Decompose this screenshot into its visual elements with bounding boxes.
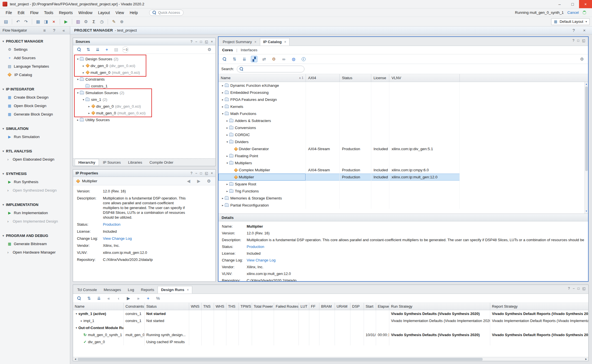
run-row-synth-1-active[interactable]: ▾synth_1 (active)constrs_1Not startedViv… [73,310,588,317]
catalog-row-dynamic-function-exchange[interactable]: ▸Dynamic Function eXchange [218,82,460,89]
expand-arrow-icon[interactable]: ▾ [74,312,78,315]
flow-item-generate-bitstream[interactable]: ▦Generate Bitstream [0,239,70,248]
first-button[interactable]: « [105,295,112,301]
expand-arrow-icon[interactable]: ▸ [221,98,225,101]
expand-arrow-icon[interactable]: ▸ [87,105,91,108]
flow-item-settings[interactable]: ⚙Settings [0,45,70,54]
next-button[interactable]: » [135,295,142,301]
scrollbar-track[interactable] [78,358,584,361]
close-icon[interactable]: × [187,288,189,292]
percent-button[interactable]: % [155,295,161,301]
expand-arrow-icon[interactable]: ▾ [76,91,80,94]
run-row-div-gen-0[interactable]: ✓div_gen_0Using cached IP results [73,338,588,345]
sum-button[interactable]: Σ [90,18,98,25]
catalog-row-math-functions[interactable]: ▾Math Functions [218,110,460,117]
scroll-right-icon[interactable]: ▶ [584,358,588,360]
catalog-row-cordic[interactable]: ▸CORDIC [218,131,460,138]
collapse-all-button[interactable]: ⇅ [85,46,91,53]
catalog-row-floating-point[interactable]: ▸Floating Point [218,152,460,159]
menu-tools[interactable]: Tools [41,9,56,16]
catalog-row-embedded-processing[interactable]: ▸Embedded Processing [218,89,460,96]
tab-design-runs[interactable]: Design Runs× [158,286,192,294]
expand-arrow-icon[interactable]: ▸ [221,197,225,200]
catalog-search-box[interactable] [237,66,304,72]
float-button[interactable]: □ [200,171,202,175]
expand-arrow-icon[interactable]: ▾ [81,98,85,101]
customize-button[interactable]: ⚙ [271,56,277,62]
search-button[interactable] [76,46,82,53]
redo-button[interactable]: ↷ [22,18,30,25]
tab-reports[interactable]: Reports [138,286,158,294]
help-button[interactable]: ? [573,39,575,43]
flow-section-header-project-manager[interactable]: ▾PROJECT MANAGER [0,37,70,45]
messages-filter-button[interactable]: ●0 [122,46,129,53]
catalog-row-multiplier[interactable]: MultiplierProductionIncludedxilinx.com:i… [218,174,460,181]
column-header-ths[interactable]: THS [226,303,239,310]
reports-button[interactable]: ▥ [74,18,82,25]
add-sources-button[interactable]: + [104,46,110,53]
expand-arrow-icon[interactable]: ▸ [76,118,80,121]
repository-button[interactable]: ◍ [290,56,297,62]
expand-arrow-icon[interactable]: ▸ [225,183,229,186]
source-item-design-sources[interactable]: ▾Design Sources(2) [73,56,215,62]
expand-arrow-icon[interactable]: ▸ [81,71,85,74]
settings-button[interactable]: ⚙ [82,18,90,25]
menu-window[interactable]: Window [76,9,95,16]
tab-ip-catalog[interactable]: IP Catalog× [260,38,290,46]
column-header-failed-routes[interactable]: Failed Routes [274,303,299,310]
run-button[interactable]: ▶ [62,18,70,25]
expand-all-button[interactable]: ⇊ [94,46,101,53]
catalog-row-dividers[interactable]: ▾Dividers [218,138,460,145]
expand-arrow-icon[interactable]: ▾ [76,78,80,81]
maximize-button[interactable]: ◱ [582,287,586,290]
help-button[interactable]: ? [191,40,193,44]
info-button[interactable]: i [300,56,307,62]
menu-layout[interactable]: Layout [95,9,113,16]
tab-log[interactable]: Log [124,286,138,294]
column-header-start[interactable]: Start [364,303,376,310]
view-cores[interactable]: Cores [222,48,233,52]
help-button[interactable]: ? [191,171,193,175]
gear-button[interactable]: ⚙ [205,177,213,185]
menu-help[interactable]: Help [127,9,141,16]
collapse-button[interactable]: « [60,27,67,34]
scroll-up-icon[interactable]: ▲ [585,83,587,86]
expand-arrow-icon[interactable]: ▸ [221,204,225,207]
column-header-name[interactable]: Name [73,303,124,310]
column-header-lut[interactable]: LUT [299,303,309,310]
maximize-button[interactable]: ◱ [205,40,208,44]
cancel-link[interactable]: Cancel [567,10,579,15]
minimize-button[interactable]: − [195,40,197,44]
minimize-button[interactable]: − [195,171,197,175]
flow-item-language-templates[interactable]: ▤Language Templates [0,62,70,70]
new-file-button[interactable]: ▤ [113,46,119,53]
sources-tab-ip-sources[interactable]: IP Sources [100,159,124,166]
flow-item-ip-catalog[interactable]: IP Catalog [0,70,70,79]
close-icon[interactable]: × [255,40,257,44]
expand-arrow-icon[interactable]: ▸ [225,190,229,193]
column-header-vlnv[interactable]: VLNV [389,74,460,82]
maximize-button[interactable]: ◱ [205,171,208,175]
help-button[interactable]: ? [570,27,577,34]
search-button[interactable] [76,295,82,301]
source-item-sim-1[interactable]: ▾sim_1(2) [73,96,215,103]
menu-reports[interactable]: Reports [56,9,76,16]
run-row-impl-1[interactable]: ▸impl_1constrs_1Not startedVivado Implem… [73,317,588,324]
column-header-dsp[interactable]: DSP [350,303,364,310]
expand-arrow-icon[interactable]: ▾ [225,140,229,143]
close-icon[interactable]: × [284,40,286,44]
column-header-uram[interactable]: URAM [335,303,350,310]
flow-item-generate-block-design[interactable]: ▦Generate Block Design [0,110,70,118]
column-header-report-strategy[interactable]: Report Strategy [490,303,589,310]
scrollbar-thumb[interactable] [585,86,588,171]
run-row-mult-gen-0-synth-1[interactable]: ↻mult_gen_0_synth_1mult_gen_0Running syn… [73,331,588,338]
flow-item-open-hardware-manager[interactable]: ›Open Hardware Manager [0,248,70,256]
column-header-wns[interactable]: WNS [189,303,202,310]
run-row-out-of-context-module-runs[interactable]: ▾Out-of-Context Module Runs [73,324,588,331]
column-header-constraints[interactable]: Constraints [124,303,145,310]
field-value-link[interactable]: View Change Log [247,258,275,263]
column-header-bram[interactable]: BRAM [319,303,335,310]
column-header-total-power[interactable]: Total Power [252,303,274,310]
flow-item-open-synthesized-design[interactable]: ›Open Synthesized Design [0,186,70,194]
add-run-button[interactable]: + [145,295,151,301]
